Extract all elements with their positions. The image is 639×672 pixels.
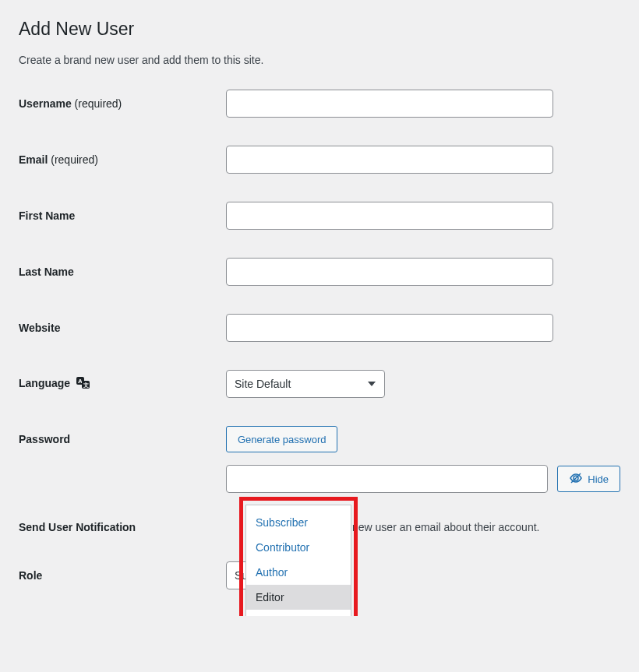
role-option-editor[interactable]: Editor	[246, 585, 351, 610]
firstname-input[interactable]	[226, 202, 553, 230]
email-label: Email (required)	[19, 153, 226, 166]
username-row: Username (required)	[19, 90, 620, 118]
lastname-row: Last Name	[19, 258, 620, 286]
translate-icon: A 文	[76, 377, 90, 392]
email-input[interactable]	[226, 146, 553, 174]
email-required: (required)	[51, 153, 98, 166]
website-input[interactable]	[226, 314, 553, 342]
password-label: Password	[19, 433, 226, 445]
role-option-subscriber[interactable]: Subscriber	[246, 510, 351, 535]
role-dropdown: SubscriberContributorAuthorEditorAdminis…	[245, 505, 351, 616]
username-input[interactable]	[226, 90, 553, 118]
role-option-author[interactable]: Author	[246, 560, 351, 585]
role-option-contributor[interactable]: Contributor	[246, 535, 351, 560]
website-label: Website	[19, 322, 226, 334]
username-label-text: Username	[19, 97, 72, 110]
firstname-row: First Name	[19, 202, 620, 230]
email-label-text: Email	[19, 153, 48, 166]
password-input-row: Hide	[226, 465, 620, 493]
password-row: Password Generate password	[19, 426, 620, 452]
notification-label: Send User Notification	[19, 521, 226, 533]
hide-password-button[interactable]: Hide	[557, 466, 620, 492]
language-label-text: Language	[19, 377, 70, 389]
lastname-input[interactable]	[226, 258, 553, 286]
svg-text:文: 文	[83, 382, 89, 389]
hide-button-label: Hide	[588, 473, 609, 485]
language-select[interactable]: Site Default	[226, 370, 385, 398]
page-description: Create a brand new user and add them to …	[19, 54, 620, 66]
role-label: Role	[19, 569, 226, 582]
generate-password-button[interactable]: Generate password	[226, 426, 337, 452]
website-row: Website	[19, 314, 620, 342]
role-option-administrator[interactable]: Administrator	[246, 610, 351, 616]
lastname-label: Last Name	[19, 266, 226, 278]
page-title: Add New User	[19, 19, 620, 40]
language-row: Language A 文 Site Default	[19, 370, 620, 398]
email-row: Email (required)	[19, 146, 620, 174]
username-label: Username (required)	[19, 97, 226, 110]
eye-slash-icon	[569, 473, 583, 486]
username-required: (required)	[75, 97, 122, 110]
password-input[interactable]	[226, 465, 548, 493]
firstname-label: First Name	[19, 209, 226, 222]
language-label: Language A 文	[19, 377, 226, 392]
